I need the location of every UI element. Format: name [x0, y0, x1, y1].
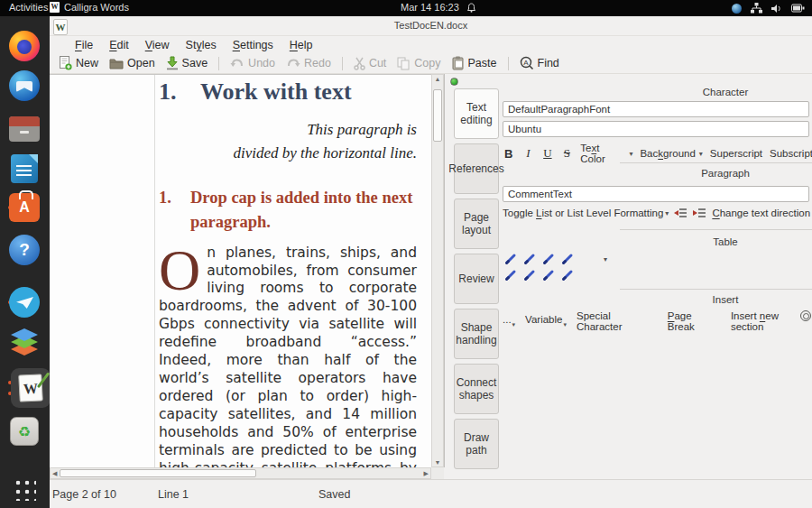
dock-trash[interactable]: ♻ [6, 413, 42, 449]
dock-telegram[interactable] [6, 284, 42, 320]
open-button[interactable]: Open [106, 55, 159, 72]
undo-icon [230, 57, 245, 69]
more-button[interactable]: ...▾ [503, 314, 515, 328]
vertical-scrollbar[interactable]: ▲ ▼ [431, 74, 444, 467]
page-indicator[interactable]: Page 2 of 10 [52, 488, 116, 501]
table-border-pen-icon[interactable] [542, 269, 555, 282]
tab-review[interactable]: Review [454, 254, 499, 304]
dock-calligra-words[interactable]: W [6, 370, 42, 406]
save-button[interactable]: Save [162, 54, 212, 72]
italic-button[interactable]: I [522, 146, 535, 161]
table-border-pen-icon[interactable] [523, 269, 536, 282]
chevron-down-icon[interactable]: ▾ [699, 150, 703, 158]
dock-help[interactable]: ? [6, 232, 42, 268]
chevron-down-icon[interactable]: ▾ [604, 255, 607, 263]
superscript-button[interactable]: Superscript [710, 148, 762, 159]
menu-view[interactable]: View [145, 39, 170, 51]
dock-layers[interactable] [6, 325, 42, 361]
toggle-list-button[interactable]: Toggle List or List Level Formatting [503, 208, 663, 218]
redo-button[interactable]: Redo [282, 55, 335, 71]
toolbar: New Open Save Undo Redo Cut [50, 53, 812, 74]
app-grid-icon [13, 477, 36, 501]
bell-icon [467, 3, 475, 14]
document-app-icon [11, 154, 38, 183]
dock-files[interactable] [6, 111, 42, 147]
scroll-down-arrow[interactable]: ▼ [432, 459, 443, 466]
menu-file[interactable]: File [75, 39, 93, 51]
menu-styles[interactable]: Styles [186, 39, 217, 51]
dock-documents[interactable] [6, 151, 42, 187]
table-border-pen-icon[interactable] [561, 253, 574, 265]
menu-settings[interactable]: Settings [233, 39, 273, 51]
table-border-pen-icon[interactable] [523, 253, 536, 265]
scroll-up-arrow[interactable]: ▲ [432, 76, 443, 82]
decrease-indent-icon[interactable] [674, 208, 687, 218]
table-border-pen-icon[interactable] [504, 269, 517, 282]
calligra-words-app-icon: W [50, 2, 60, 13]
calligra-words-logo-icon: W [53, 19, 68, 35]
tab-draw-path[interactable]: Draw path [454, 419, 499, 469]
horizontal-scroll-thumb[interactable] [60, 469, 256, 477]
bold-button[interactable]: B [503, 147, 515, 161]
tab-shape-handling[interactable]: Shape handling [454, 309, 499, 359]
window-titlebar[interactable]: W TestDocEN.docx [50, 16, 812, 36]
find-button[interactable]: A Find [516, 54, 563, 72]
configure-section-icon[interactable] [800, 310, 811, 321]
text-editing-options: Character DefaultParagraphFont Ubuntu B … [503, 74, 812, 467]
variable-button[interactable]: Variable▾ [525, 314, 567, 328]
undo-button[interactable]: Undo [226, 55, 279, 71]
dock: A ? W ♻ [0, 16, 50, 508]
text-color-button[interactable]: Text Color [580, 143, 625, 164]
change-text-direction-button[interactable]: Change text direction [712, 208, 810, 218]
paste-clipboard-icon [452, 56, 465, 70]
dock-software[interactable]: A [6, 189, 42, 226]
character-style-combobox[interactable]: DefaultParagraphFont [503, 101, 809, 117]
increase-indent-icon[interactable] [693, 208, 706, 218]
new-button[interactable]: New [55, 54, 102, 72]
chevron-down-icon[interactable]: ▾ [629, 150, 632, 158]
tab-references[interactable]: References [454, 143, 499, 194]
focused-app-name: Calligra Words [64, 2, 129, 13]
menu-help[interactable]: Help [290, 39, 313, 51]
calligra-words-window: W TestDocEN.docx File Edit View Styles S… [50, 16, 812, 508]
document-heading-2: 1.Drop cap is added into the next paragr… [159, 186, 417, 235]
document-canvas[interactable]: 1.Work with text This paragraph is divid… [50, 74, 431, 467]
table-border-pen-icon[interactable] [504, 253, 517, 265]
section-separator [620, 229, 812, 230]
vertical-scroll-thumb[interactable] [433, 89, 442, 142]
section-title-table: Table [638, 236, 812, 247]
horizontal-scrollbar[interactable]: ◀ ▶ [50, 467, 431, 479]
font-family-combobox[interactable]: Ubuntu [503, 121, 809, 137]
clock[interactable]: Mar 14 16:23 [401, 2, 459, 13]
paste-button[interactable]: Paste [448, 54, 501, 72]
scroll-left-arrow[interactable]: ◀ [52, 468, 57, 478]
dock-thunderbird[interactable] [6, 68, 42, 104]
tab-page-layout[interactable]: Page layout [454, 199, 499, 249]
table-border-pen-icon[interactable] [542, 253, 555, 265]
menubar: File Edit View Styles Settings Help [50, 36, 812, 53]
panel-collapse-button[interactable] [450, 78, 458, 86]
page-break-button[interactable]: Page Break [668, 310, 721, 332]
section-title-character: Character [638, 87, 812, 97]
tab-text-editing[interactable]: Text editing [454, 88, 499, 139]
strikethrough-button[interactable]: S [561, 146, 574, 161]
chevron-down-icon[interactable]: ▾ [665, 209, 669, 217]
activities-button[interactable]: Activities [9, 2, 48, 13]
background-color-button[interactable]: Background [640, 148, 695, 159]
dock-firefox[interactable] [6, 28, 42, 64]
subscript-button[interactable]: Subscript [770, 148, 812, 159]
paragraph-style-combobox[interactable]: CommentText [503, 186, 809, 202]
menu-edit[interactable]: Edit [109, 39, 129, 51]
scroll-right-arrow[interactable]: ▶ [424, 468, 429, 478]
new-document-icon [59, 56, 72, 70]
table-border-pen-icon[interactable] [561, 269, 574, 282]
special-character-button[interactable]: Special Character [577, 310, 658, 332]
focused-app-menu[interactable]: W Calligra Words [50, 2, 129, 13]
copy-button[interactable]: Copy [393, 55, 444, 72]
dock-app-grid[interactable] [6, 471, 42, 507]
system-tray[interactable] [732, 2, 805, 14]
tab-connect-shapes[interactable]: Connect shapes [454, 364, 499, 414]
open-folder-icon [109, 57, 124, 70]
cut-button[interactable]: Cut [350, 55, 390, 72]
underline-button[interactable]: U [541, 146, 554, 161]
